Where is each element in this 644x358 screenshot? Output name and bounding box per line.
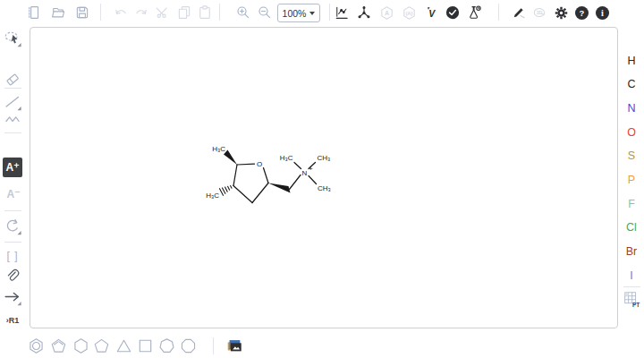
molecule-structure: H₃C H₃C O N + H₃C CH₃ CH₃ (196, 140, 343, 216)
layout-icon (334, 4, 350, 21)
open-folder-icon (50, 4, 66, 21)
atom-label-methyl: CH₃ (318, 184, 331, 192)
cip-stereo-button[interactable]: V (420, 2, 442, 23)
view-3d-button[interactable]: 3D (529, 2, 550, 23)
help-button[interactable]: ? (571, 2, 592, 23)
undo-button[interactable] (110, 2, 131, 23)
element-symbol: Br (626, 245, 638, 258)
copy-button[interactable] (174, 2, 195, 23)
cyclopentadiene-icon (49, 337, 68, 355)
periodic-table-icon: PT (622, 290, 641, 310)
svg-text:(A): (A) (405, 10, 412, 15)
eraser-icon (4, 70, 21, 88)
template-cyclopentane[interactable] (90, 335, 112, 356)
sgroup-brackets-tool[interactable]: [ ] (2, 245, 23, 267)
element-N[interactable]: N (620, 99, 643, 117)
rotate-tool[interactable] (2, 216, 23, 237)
zoom-out-button[interactable] (254, 2, 275, 23)
new-document-icon (26, 4, 42, 21)
element-symbol: H (627, 55, 635, 67)
element-S[interactable]: S (620, 147, 643, 165)
aromatize-button[interactable]: A (376, 2, 397, 23)
analyse-button[interactable] (463, 2, 485, 23)
svg-text:3D: 3D (537, 10, 543, 15)
scissors-icon (155, 4, 171, 21)
dearomatize-button[interactable]: (A) (398, 2, 419, 23)
element-symbol: O (627, 126, 636, 139)
template-cyclobutane[interactable] (134, 335, 156, 356)
template-library-button[interactable] (224, 335, 245, 356)
flask-icon (466, 4, 482, 21)
element-Br[interactable]: Br (620, 243, 643, 260)
top-toolbar: 100% A (A) (0, 0, 644, 25)
clean-button[interactable] (353, 2, 375, 23)
brackets-label: [ ] (6, 250, 18, 262)
chevron-down-icon (309, 12, 315, 15)
svg-text:A: A (384, 10, 388, 17)
template-cyclohexane[interactable] (70, 335, 91, 356)
layout-button[interactable] (331, 2, 352, 23)
rgroup-tool[interactable]: ›R1 (2, 310, 23, 331)
atom-label-methyl: CH₃ (318, 154, 331, 162)
element-F[interactable]: F (620, 195, 643, 213)
pencil-button[interactable] (508, 2, 530, 23)
clipboard-icon (197, 4, 213, 21)
element-H[interactable]: H (620, 52, 643, 70)
separator (4, 88, 21, 89)
element-I[interactable]: I (620, 267, 643, 285)
element-Cl[interactable]: Cl (620, 218, 643, 236)
paste-button[interactable] (194, 2, 216, 23)
eraser-tool[interactable] (2, 68, 23, 90)
arrow-right-icon (3, 287, 22, 307)
open-file-button[interactable] (47, 2, 69, 23)
element-symbol: C (627, 78, 635, 90)
template-cyclooctane[interactable] (177, 335, 199, 356)
svg-text:i: i (601, 8, 604, 18)
element-P[interactable]: P (620, 171, 643, 189)
svg-text:?: ? (579, 7, 584, 17)
separator (329, 4, 330, 21)
bond-c3-c2 (233, 165, 237, 186)
cut-button[interactable] (152, 2, 174, 23)
cyclobutane-icon (136, 337, 155, 355)
bond-c4-c3 (233, 186, 252, 203)
drawing-canvas[interactable]: H₃C H₃C O N + H₃C CH₃ CH₃ (30, 27, 618, 328)
element-symbol: N (627, 102, 635, 115)
wedge-bond-c5-ch2 (268, 183, 291, 193)
svg-text:V: V (428, 8, 436, 19)
select-lasso-tool[interactable] (2, 28, 23, 49)
periodic-table-button[interactable]: PT (621, 289, 642, 311)
bond-n-methyl-bottomright (309, 176, 317, 184)
redo-button[interactable] (131, 2, 152, 23)
check-structure-button[interactable] (442, 2, 463, 23)
zoom-in-button[interactable] (233, 2, 254, 23)
chain-tool[interactable] (2, 108, 23, 130)
separator (4, 242, 21, 243)
template-library-icon (225, 337, 243, 354)
template-benzene[interactable] (25, 335, 47, 356)
bond-c2-o (237, 164, 255, 165)
template-cyclopropane[interactable] (113, 335, 134, 356)
separator (498, 4, 499, 21)
attach-tool[interactable] (2, 265, 23, 286)
charge-plus-tool[interactable]: A⁺ (3, 158, 22, 177)
charge-minus-tool[interactable]: A⁻ (3, 183, 24, 205)
new-document-button[interactable] (23, 2, 45, 23)
bond-o-c5 (264, 168, 269, 183)
view-3d-icon: 3D (531, 4, 547, 21)
about-button[interactable]: i (591, 2, 613, 23)
svg-text:PT: PT (632, 302, 640, 308)
zoom-level-dropdown[interactable]: 100% (277, 4, 320, 22)
settings-button[interactable] (550, 2, 572, 23)
reaction-arrow-tool[interactable] (2, 286, 23, 308)
template-cycloheptane[interactable] (156, 335, 177, 356)
element-O[interactable]: O (620, 124, 643, 141)
benzene-icon (27, 337, 46, 355)
template-cyclopentadiene[interactable] (47, 335, 69, 356)
clean-structure-icon (356, 4, 372, 21)
save-button[interactable] (72, 2, 93, 23)
separator (219, 4, 220, 21)
element-C[interactable]: C (620, 75, 643, 93)
help-icon: ? (573, 4, 590, 21)
cip-stereo-icon: V (423, 4, 439, 21)
